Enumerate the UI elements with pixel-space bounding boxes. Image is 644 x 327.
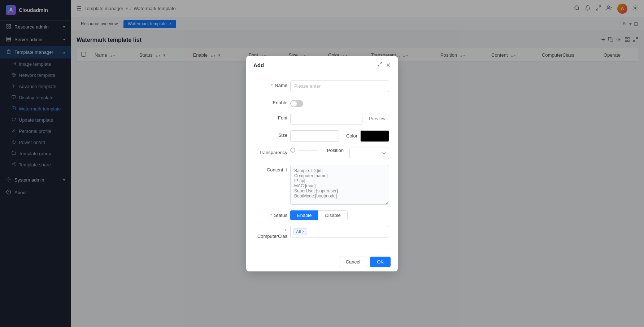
slider-handle[interactable] (290, 148, 295, 153)
transparency-row (290, 148, 318, 153)
font-row: Preview (290, 113, 389, 125)
status-disable-button[interactable]: Disable (318, 210, 347, 220)
svg-line-44 (378, 65, 379, 66)
name-input[interactable] (290, 80, 389, 92)
add-modal: Add ✕ * Name Enable (246, 56, 398, 271)
required-star2: * (270, 213, 272, 218)
enable-label: Enable (255, 98, 287, 105)
required-star: * (271, 83, 273, 88)
computer-class-label: * ComputerClas (255, 226, 287, 239)
modal-header-actions: ✕ (377, 62, 391, 69)
position-select[interactable] (349, 148, 389, 159)
modal-header: Add ✕ (246, 56, 398, 73)
modal-close-icon[interactable]: ✕ (386, 62, 391, 69)
form-row-status: * Status Enable Disable (255, 210, 389, 220)
transparency-label: Transparency (255, 148, 287, 155)
content-info-icon[interactable]: ℹ (286, 167, 287, 173)
ok-button[interactable]: OK (370, 257, 391, 267)
color-label: Color (346, 133, 357, 139)
size-color-row: Color (290, 130, 389, 142)
form-row-computer-class: * ComputerClas All ✕ (255, 226, 389, 239)
modal-expand-icon[interactable] (377, 62, 382, 68)
modal-footer: Cancel OK (246, 252, 398, 271)
all-tag-close[interactable]: ✕ (302, 230, 305, 234)
form-row-enable: Enable (255, 98, 389, 107)
name-label: * Name (255, 80, 287, 88)
svg-line-43 (380, 62, 382, 64)
size-input[interactable] (290, 130, 339, 142)
size-label: Size (255, 130, 287, 138)
computer-class-input[interactable]: All ✕ (290, 226, 389, 237)
cancel-button[interactable]: Cancel (339, 257, 367, 267)
modal-title: Add (253, 62, 264, 68)
slider-track[interactable] (298, 150, 318, 151)
form-row-font: Font Preview (255, 113, 389, 125)
form-row-content: Content ℹ (255, 165, 389, 205)
status-label: * Status (255, 210, 287, 218)
form-row-name: * Name (255, 80, 389, 92)
position-label: Position (327, 148, 344, 153)
preview-button[interactable]: Preview (365, 114, 389, 123)
form-row-transparency-position: Transparency Position (255, 148, 389, 159)
modal-overlay: Add ✕ * Name Enable (0, 0, 644, 327)
font-input[interactable] (290, 113, 362, 125)
modal-body: * Name Enable Font Preview (246, 73, 398, 252)
status-btn-group: Enable Disable (290, 210, 348, 220)
content-label: Content ℹ (255, 165, 287, 173)
color-swatch[interactable] (360, 130, 389, 142)
all-tag: All ✕ (293, 228, 307, 235)
enable-toggle[interactable] (290, 100, 303, 107)
content-textarea[interactable] (290, 165, 389, 205)
form-row-size-color: Size Color (255, 130, 389, 142)
font-label: Font (255, 113, 287, 121)
required-star3: * (285, 228, 287, 234)
status-enable-button[interactable]: Enable (290, 210, 318, 220)
